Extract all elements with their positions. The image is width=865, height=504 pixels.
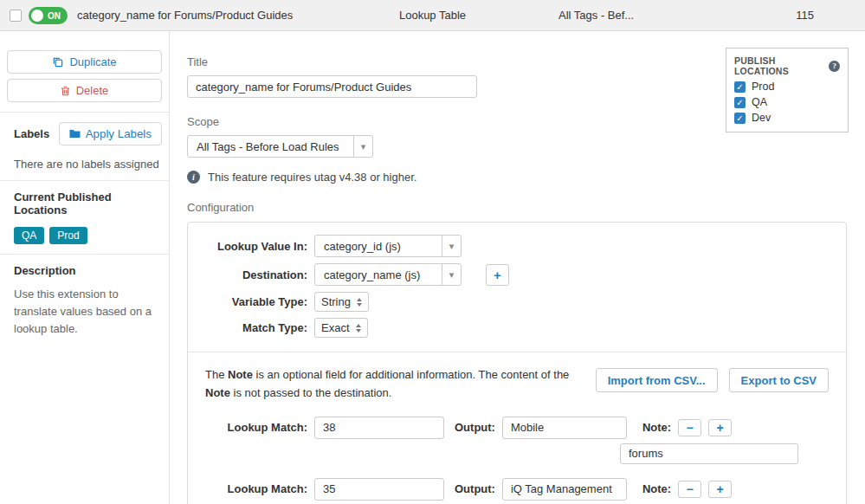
lookup-match-label: Lookup Match: — [205, 482, 307, 495]
output-input[interactable] — [502, 478, 627, 501]
note-input[interactable] — [620, 443, 798, 464]
dev-checkbox[interactable]: ✓ — [734, 113, 746, 124]
labels-heading: Labels — [14, 127, 49, 140]
lookup-value-row: Lookup Value In: category_id (js) ▾ — [205, 235, 829, 257]
add-destination-button[interactable]: + — [486, 264, 509, 286]
duplicate-label: Duplicate — [69, 55, 116, 68]
note-info-text: The Note is an optional field for additi… — [205, 366, 596, 403]
published-locations-heading: Current Published Locations — [14, 191, 162, 216]
trash-icon — [61, 86, 70, 96]
description-heading: Description — [14, 264, 162, 277]
destination-dropdown-value: category_name (js) — [315, 264, 442, 285]
lookup-row: Lookup Match: Output: Note: − + — [205, 478, 829, 501]
extension-type-label: Lookup Table — [399, 0, 466, 31]
qa-checkbox[interactable]: ✓ — [734, 97, 746, 108]
match-type-value: Exact — [321, 321, 350, 334]
labels-row: Labels Apply Labels — [7, 122, 162, 145]
variable-type-label: Variable Type: — [205, 295, 307, 308]
qa-checkbox-label: QA — [752, 96, 767, 108]
divider — [188, 352, 846, 352]
plus-icon: + — [717, 482, 724, 496]
scope-dropdown-value: All Tags - Before Load Rules — [188, 136, 353, 157]
info-icon: i — [187, 171, 200, 184]
note-info-part: The — [205, 368, 228, 381]
scope-dropdown[interactable]: All Tags - Before Load Rules ▾ — [187, 135, 373, 158]
note-label: Note: — [642, 482, 671, 495]
select-extension-checkbox[interactable] — [10, 10, 22, 22]
output-label: Output: — [455, 482, 495, 495]
match-type-row: Match Type: Exact — [205, 318, 829, 338]
prod-badge: Prod — [49, 227, 87, 244]
publish-location-option: ✓ Prod — [734, 81, 840, 93]
minus-icon: − — [687, 482, 694, 496]
apply-labels-button[interactable]: Apply Labels — [59, 122, 162, 145]
output-label: Output: — [455, 421, 495, 434]
note-info-bold: Note — [205, 386, 230, 399]
chevron-down-icon: ▾ — [442, 264, 461, 285]
csv-buttons: Import from CSV... Export to CSV — [596, 368, 829, 392]
configuration-heading: Configuration — [187, 201, 847, 214]
plus-icon: + — [494, 268, 501, 282]
delete-button[interactable]: Delete — [7, 79, 162, 102]
chevron-down-icon: ▾ — [442, 236, 461, 256]
note-input-row — [205, 443, 829, 464]
chevron-down-icon: ▾ — [353, 136, 372, 157]
note-label: Note: — [642, 421, 671, 434]
divider — [0, 254, 169, 255]
header-bar: ON category_name for Forums/Product Guid… — [0, 0, 865, 31]
lookup-match-label: Lookup Match: — [205, 421, 307, 434]
extension-id: 115 — [796, 0, 814, 31]
delete-label: Delete — [76, 84, 109, 97]
destination-dropdown[interactable]: category_name (js) ▾ — [314, 263, 462, 286]
info-text: This feature requires utag v4.38 or high… — [208, 171, 416, 184]
variable-type-select[interactable]: String — [314, 292, 369, 312]
export-csv-button[interactable]: Export to CSV — [729, 368, 829, 392]
info-row: i This feature requires utag v4.38 or hi… — [187, 171, 847, 184]
note-info-part: is an optional field for additional info… — [253, 368, 569, 381]
divider — [0, 112, 169, 113]
match-type-label: Match Type: — [205, 321, 307, 334]
toggle-on-label: ON — [48, 11, 61, 21]
no-labels-text: There are no labels assigned — [14, 158, 162, 171]
sidebar: Duplicate Delete Labels Apply Labels The… — [0, 31, 170, 504]
publish-location-option: ✓ Dev — [734, 112, 840, 124]
output-input[interactable] — [502, 417, 627, 439]
note-info-part: is not passed to the destination. — [230, 386, 391, 399]
extension-on-toggle[interactable]: ON — [29, 7, 68, 24]
published-badges: QA Prod — [14, 227, 162, 244]
note-info-bold: Note — [228, 368, 253, 381]
remove-row-button[interactable]: − — [678, 419, 701, 436]
lookup-match-input[interactable] — [314, 478, 444, 501]
divider — [0, 180, 169, 181]
title-input[interactable] — [187, 75, 477, 98]
minus-icon: − — [687, 421, 694, 435]
help-icon[interactable]: ? — [829, 61, 840, 72]
add-row-button[interactable]: + — [708, 419, 732, 436]
destination-row: Destination: category_name (js) ▾ + — [205, 263, 829, 286]
publish-locations-title: PUBLISH LOCATIONS — [734, 55, 829, 76]
variable-type-row: Variable Type: String — [205, 292, 829, 312]
select-arrows-icon — [357, 298, 362, 307]
lookup-row: Lookup Match: Output: Note: − + — [205, 417, 829, 439]
lookup-match-input[interactable] — [314, 417, 444, 439]
extension-scope-short: All Tags - Bef... — [558, 0, 634, 31]
destination-label: Destination: — [205, 268, 307, 281]
configuration-panel: Lookup Value In: category_id (js) ▾ Dest… — [187, 222, 847, 504]
apply-labels-label: Apply Labels — [86, 127, 152, 140]
add-row-button[interactable]: + — [708, 481, 732, 498]
remove-row-button[interactable]: − — [678, 481, 701, 498]
publish-locations-panel: PUBLISH LOCATIONS ? ✓ Prod ✓ QA ✓ Dev — [726, 48, 849, 132]
extension-title: category_name for Forums/Product Guides — [77, 0, 293, 31]
folder-icon — [69, 129, 81, 139]
variable-type-value: String — [321, 295, 351, 308]
lookup-value-dropdown[interactable]: category_id (js) ▾ — [314, 235, 462, 257]
plus-icon: + — [717, 421, 724, 435]
toggle-knob — [31, 10, 43, 22]
prod-checkbox[interactable]: ✓ — [734, 81, 746, 93]
match-type-select[interactable]: Exact — [314, 318, 368, 338]
publish-location-option: ✓ QA — [734, 96, 840, 108]
import-csv-button[interactable]: Import from CSV... — [596, 368, 718, 392]
duplicate-icon — [52, 56, 63, 68]
prod-checkbox-label: Prod — [752, 81, 774, 93]
duplicate-button[interactable]: Duplicate — [7, 50, 162, 74]
